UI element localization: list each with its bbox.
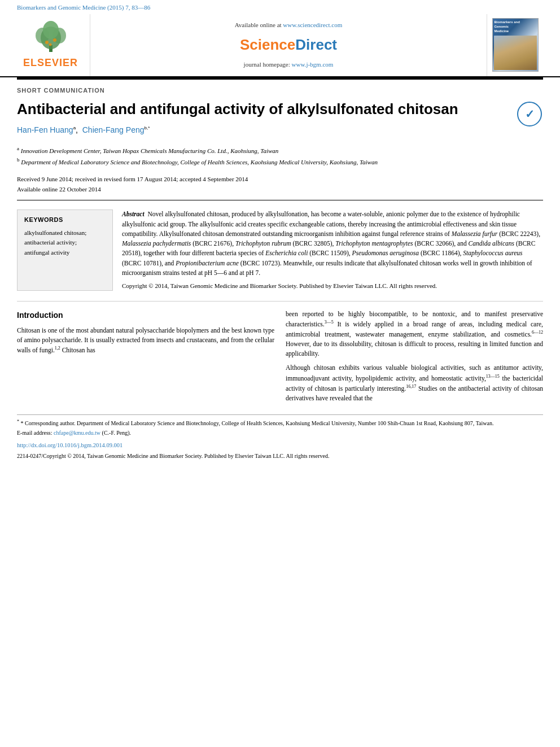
title-text-container: Antibacterial and antifungal activity of… <box>17 101 508 136</box>
right-column: been reported to be highly biocompatible… <box>286 309 543 408</box>
organism-3: Trichophyton rubrum <box>235 240 291 247</box>
elsevier-name: ELSEVIER <box>23 56 78 70</box>
article-title: Antibacterial and antifungal activity of… <box>17 101 508 118</box>
footnote-area: * * Corresponding author. Department of … <box>17 414 543 437</box>
organism-9: Propionibacterium acne <box>176 260 239 267</box>
ref-16-17: 16,17 <box>406 384 416 389</box>
keywords-title: KEYWORDS <box>24 216 106 224</box>
doi-line: http://dx.doi.org/10.1016/j.bgm.2014.09.… <box>0 439 560 451</box>
ref-1-2: 1,2 <box>55 346 60 351</box>
abstract-label: Abstract <box>122 211 145 217</box>
keywords-box: KEYWORDS alkylsulfonated chitosan; antib… <box>17 209 113 290</box>
journal-homepage: journal homepage: www.j-bgm.com <box>244 60 334 69</box>
footnote-email-link[interactable]: chfape@kmu.edu.tw <box>54 430 100 436</box>
ref-3-5: 3—5 <box>325 320 334 325</box>
svg-point-4 <box>43 21 59 39</box>
journal-citation: Biomarkers and Genomic Medicine (2015) 7… <box>0 0 560 14</box>
organism-2: Malassezia pachydermatis <box>122 240 191 247</box>
abstract-copyright: Copyright © 2014, Taiwan Genomic Medicin… <box>122 281 543 291</box>
page: Biomarkers and Genomic Medicine (2015) 7… <box>0 0 560 747</box>
intro-para-3: Although chitosan exhibits various valua… <box>286 363 543 403</box>
ref-13-15: 13—15 <box>486 374 500 379</box>
abstract-paragraph: Abstract Novel alkylsulfonated chitosan,… <box>122 209 543 278</box>
keyword-2: antibacterial activity; <box>24 238 106 248</box>
header-section: ELSEVIER Available online at www.science… <box>0 14 560 77</box>
ref-6-12: 6—12 <box>532 330 543 335</box>
cover-image: Biomarkers andGenomicMedicine <box>492 18 539 72</box>
journal-homepage-link[interactable]: www.j-bgm.com <box>292 61 334 68</box>
abstract-section: KEYWORDS alkylsulfonated chitosan; antib… <box>0 205 560 296</box>
affiliations-section: a Innovation Development Center, Taiwan … <box>0 142 560 171</box>
elsevier-logo: ELSEVIER <box>17 14 90 76</box>
left-column: Introduction Chitosan is one of the most… <box>17 309 274 408</box>
intro-para-1: Chitosan is one of the most abundant nat… <box>17 326 274 356</box>
organism-8: Staphylococcus aureus <box>463 250 522 256</box>
author-a-link[interactable]: Han-Fen Huang <box>17 125 73 134</box>
thin-rule <box>17 200 543 200</box>
title-section: Antibacterial and antifungal activity of… <box>0 97 560 142</box>
sciencedirect-logo: ScienceDirect <box>240 34 337 55</box>
svg-point-5 <box>45 41 49 44</box>
svg-point-6 <box>53 38 56 42</box>
organism-5: Candida albicans <box>469 240 514 247</box>
footnote-star: * * Corresponding author. Department of … <box>17 418 543 427</box>
svg-point-7 <box>49 43 51 46</box>
organism-7: Pseudomonas aeruginosa <box>352 250 419 256</box>
affil-b: b Department of Medical Laboratory Scien… <box>17 156 543 167</box>
keywords-list: alkylsulfonated chitosan; antibacterial … <box>24 228 106 258</box>
abstract-content: Abstract Novel alkylsulfonated chitosan,… <box>122 209 543 290</box>
introduction-heading: Introduction <box>17 309 274 321</box>
author-b-link[interactable]: Chien-Fang Peng <box>82 125 145 134</box>
crossmark-icon <box>517 102 542 126</box>
affil-a: a Innovation Development Center, Taiwan … <box>17 145 543 155</box>
center-header: Available online at www.sciencedirect.co… <box>90 14 487 76</box>
organism-6: Escherichia coli <box>265 250 308 256</box>
doi-link[interactable]: http://dx.doi.org/10.1016/j.bgm.2014.09.… <box>17 442 123 448</box>
article-type: SHORT COMMUNICATION <box>0 80 560 97</box>
cover-image-area <box>494 36 537 71</box>
cover-title-text: Biomarkers andGenomicMedicine <box>493 19 538 34</box>
crossmark-badge[interactable] <box>516 101 543 128</box>
body-columns: Introduction Chitosan is one of the most… <box>0 309 560 408</box>
journal-cover: Biomarkers andGenomicMedicine <box>487 14 543 76</box>
received-text: Received 9 June 2014; received in revise… <box>17 174 543 185</box>
citation-text: Biomarkers and Genomic Medicine (2015) 7… <box>17 4 150 11</box>
received-dates: Received 9 June 2014; received in revise… <box>0 171 560 195</box>
copyright-footer: 2214-0247/Copyright © 2014, Taiwan Genom… <box>0 451 560 464</box>
available-text: Available online 22 October 2014 <box>17 185 543 195</box>
keyword-1: alkylsulfonated chitosan; <box>24 228 106 238</box>
organism-1: Malassezia furfur <box>452 230 497 237</box>
footnote-email-line: E-mail address: chfape@kmu.edu.tw (C.-F.… <box>17 429 543 437</box>
sciencedirect-link[interactable]: www.sciencedirect.com <box>283 21 342 28</box>
keyword-3: antifungal activity <box>24 248 106 258</box>
long-rule <box>17 301 543 302</box>
intro-para-2: been reported to be highly biocompatible… <box>286 309 543 359</box>
available-online-text: Available online at www.sciencedirect.co… <box>235 21 343 29</box>
elsevier-tree-icon <box>25 20 76 54</box>
authors-line: Han-Fen Huanga, Chien-Fang Pengb,* <box>17 125 508 136</box>
organism-4: Trichophyton mentagrophytes <box>335 240 413 247</box>
